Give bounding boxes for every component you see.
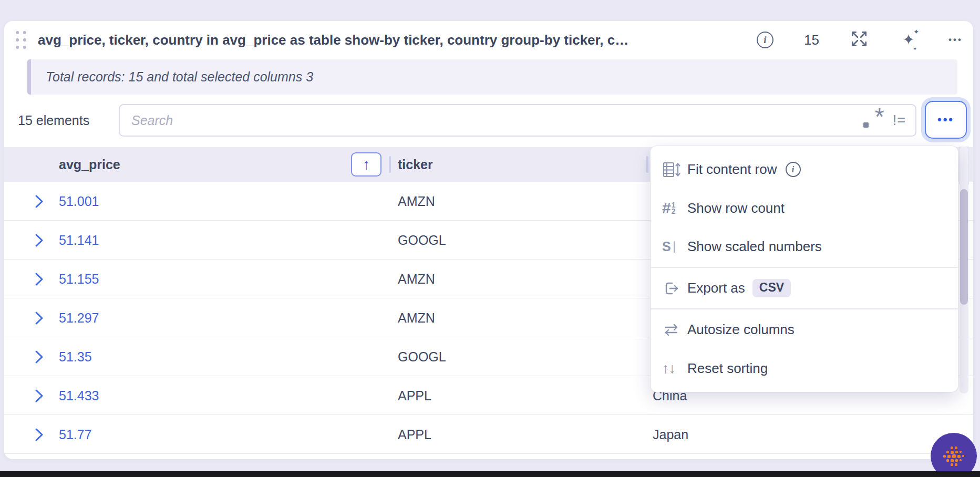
menu-item-label: Export as bbox=[687, 280, 745, 296]
search-box: * != bbox=[119, 104, 916, 137]
menu-separator bbox=[651, 308, 958, 309]
info-banner-text: Total records: 15 and total selected col… bbox=[46, 69, 313, 85]
elements-count-label: 15 elements bbox=[18, 103, 89, 138]
menu-item-label: Show row count bbox=[687, 200, 785, 216]
autosize-icon bbox=[662, 321, 687, 339]
ai-sparkle-icon[interactable]: ✦ bbox=[899, 33, 918, 47]
table-row: 51.77 APPL Japan bbox=[4, 415, 973, 454]
cell-ticker: AMZN bbox=[398, 298, 435, 337]
si-icon: S bbox=[662, 239, 687, 254]
cell-avg-price[interactable]: 51.77 bbox=[59, 415, 92, 454]
cell-ticker: AMZN bbox=[398, 182, 435, 221]
cell-avg-price[interactable]: 51.35 bbox=[59, 337, 92, 376]
row-expand-chevron-icon[interactable] bbox=[35, 233, 44, 250]
sort-asc-button[interactable]: ↑ bbox=[351, 152, 381, 177]
column-resize-handle[interactable] bbox=[389, 156, 391, 173]
menu-item-export-as-csv[interactable]: Export as CSV bbox=[651, 269, 958, 308]
row-expand-chevron-icon[interactable] bbox=[35, 272, 44, 288]
menu-item-label: Reset sorting bbox=[687, 360, 768, 377]
card-title: avg_price, ticker, country in avg_price … bbox=[38, 32, 628, 48]
column-header-ticker[interactable]: ticker bbox=[398, 147, 433, 182]
cell-avg-price[interactable]: 51.433 bbox=[59, 376, 99, 415]
cell-ticker: AMZN bbox=[398, 260, 435, 298]
assistant-logo-icon bbox=[929, 431, 979, 477]
row-expand-chevron-icon[interactable] bbox=[35, 428, 44, 444]
cell-avg-price[interactable]: 51.297 bbox=[59, 298, 99, 337]
info-banner: Total records: 15 and total selected col… bbox=[27, 59, 957, 95]
title-actions: i 15 ✦ ••• bbox=[757, 21, 963, 59]
cell-avg-price[interactable]: 51.001 bbox=[59, 182, 99, 221]
row-expand-chevron-icon[interactable] bbox=[35, 194, 44, 211]
fit-content-row-icon bbox=[662, 161, 687, 179]
cell-ticker: APPL bbox=[398, 415, 431, 454]
expand-icon[interactable] bbox=[850, 29, 869, 50]
menu-item-show-scaled-numbers[interactable]: S Show scaled numbers bbox=[651, 227, 958, 266]
cell-ticker: GOOGL bbox=[398, 337, 446, 376]
menu-item-fit-content-row[interactable]: Fit content row i bbox=[651, 150, 958, 189]
cell-avg-price[interactable]: 51.141 bbox=[59, 221, 99, 260]
menu-item-label: Show scaled numbers bbox=[687, 238, 822, 255]
search-input[interactable] bbox=[131, 113, 861, 128]
not-equal-filter-icon[interactable]: != bbox=[893, 112, 906, 129]
menu-item-label: Autosize columns bbox=[687, 322, 795, 338]
menu-item-autosize-columns[interactable]: Autosize columns bbox=[651, 310, 958, 349]
info-icon[interactable]: i bbox=[757, 32, 773, 48]
drag-handle-icon[interactable] bbox=[16, 31, 26, 49]
row-expand-chevron-icon[interactable] bbox=[35, 311, 44, 327]
menu-item-label: Fit content row bbox=[687, 161, 777, 178]
column-resize-handle[interactable] bbox=[646, 156, 648, 173]
cell-avg-price[interactable]: 51.155 bbox=[59, 260, 99, 298]
export-icon bbox=[662, 279, 687, 297]
table-options-menu: Fit content row i # 12 Show row count S … bbox=[651, 146, 958, 392]
menu-item-show-row-count[interactable]: # 12 Show row count bbox=[651, 189, 958, 228]
table-more-button[interactable]: ••• bbox=[925, 101, 967, 139]
row-count-icon: # 12 bbox=[662, 199, 687, 217]
row-expand-chevron-icon[interactable] bbox=[35, 389, 44, 405]
cell-ticker: APPL bbox=[398, 376, 431, 415]
assistant-button[interactable] bbox=[929, 431, 979, 477]
regex-filter-icon[interactable]: * bbox=[861, 109, 884, 132]
menu-separator bbox=[651, 267, 958, 268]
cell-country: Japan bbox=[653, 415, 688, 454]
column-header-avg-price[interactable]: avg_price bbox=[59, 147, 120, 182]
csv-badge: CSV bbox=[752, 279, 791, 297]
cell-ticker: GOOGL bbox=[398, 221, 446, 260]
info-icon[interactable]: i bbox=[786, 162, 801, 177]
row-expand-chevron-icon[interactable] bbox=[35, 350, 44, 366]
menu-item-reset-sorting[interactable]: ↑↓ Reset sorting bbox=[651, 349, 958, 388]
vertical-scrollbar-thumb[interactable] bbox=[960, 189, 968, 305]
title-more-icon[interactable]: ••• bbox=[948, 35, 963, 45]
record-count: 15 bbox=[804, 32, 819, 48]
screen-bottom-edge bbox=[0, 471, 980, 477]
page: avg_price, ticker, country in avg_price … bbox=[0, 0, 980, 477]
reset-sorting-icon: ↑↓ bbox=[662, 360, 687, 377]
